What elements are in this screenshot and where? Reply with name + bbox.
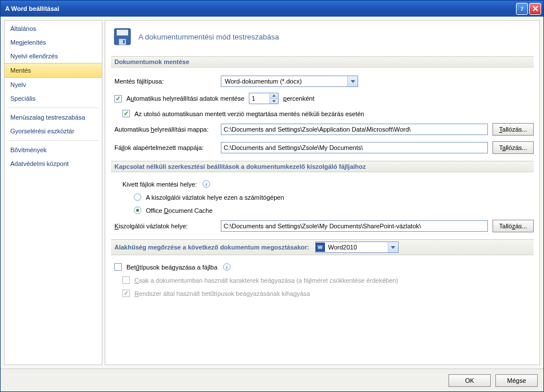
section-fidelity: Alakhűség megőrzése a következő dokument… xyxy=(111,239,534,255)
default-folder-label: Fájlok alapértelmezett mappája: xyxy=(114,144,216,151)
help-button[interactable]: ? xyxy=(516,3,528,15)
autosave-unit-label: percenként xyxy=(283,95,314,102)
info-icon[interactable]: i xyxy=(223,263,231,271)
embed-used-chars-label: Csak a dokumentumban használt karakterek… xyxy=(134,277,398,284)
browse-default-button[interactable]: Tallózás... xyxy=(493,141,534,154)
autosave-checkbox[interactable] xyxy=(114,95,122,102)
dialog-footer: OK Mégse xyxy=(1,369,543,391)
info-icon[interactable]: i xyxy=(202,180,210,188)
embed-fonts-label: Betűtípusok beágyazása a fájlba xyxy=(126,264,217,271)
sidebar-item-proofing[interactable]: Nyelvi ellenőrzés xyxy=(5,49,102,63)
svg-rect-2 xyxy=(119,39,126,45)
svg-rect-3 xyxy=(123,40,125,43)
fidelity-heading: Alakhűség megőrzése a következő dokument… xyxy=(114,244,309,251)
sidebar-item-addins[interactable]: Bővítmények xyxy=(5,143,102,157)
autorecover-folder-input[interactable]: C:\Documents and Settings\Zsole\Applicat… xyxy=(221,124,488,135)
category-sidebar: Általános Megjelenítés Nyelvi ellenőrzés… xyxy=(4,20,102,365)
browse-autorecover-button[interactable]: Tallózás... xyxy=(493,123,534,136)
spinner-up-icon[interactable] xyxy=(270,93,278,99)
fidelity-document-combo[interactable]: W Word2010 xyxy=(315,241,399,253)
default-folder-input[interactable]: C:\Documents and Settings\Zsole\My Docum… xyxy=(221,142,488,153)
sidebar-item-display[interactable]: Megjelenítés xyxy=(5,35,102,49)
svg-rect-1 xyxy=(117,30,128,35)
sidebar-item-general[interactable]: Általános xyxy=(5,22,102,35)
page-title: A dokumentummentési mód testreszabása xyxy=(138,33,279,41)
autorecover-folder-label: Automatikus helyreállítási mappa: xyxy=(114,126,216,133)
ok-button[interactable]: OK xyxy=(448,374,491,387)
sidebar-item-customize-ribbon[interactable]: Menüszalag testreszabása xyxy=(5,110,102,124)
browse-drafts-button[interactable]: Tallózás... xyxy=(493,220,534,232)
close-button[interactable] xyxy=(529,3,541,15)
word-doc-icon: W xyxy=(316,243,325,252)
titlebar: A Word beállításai ? xyxy=(1,1,543,17)
autosave-label: Automatikus helyreállítási adatok mentés… xyxy=(126,95,244,102)
server-drafts-label: Kiszolgálói vázlatok helye: xyxy=(114,223,216,229)
skip-system-fonts-checkbox xyxy=(122,290,130,297)
cancel-button[interactable]: Mégse xyxy=(495,374,538,387)
floppy-disk-icon xyxy=(113,27,132,46)
server-drafts-input[interactable]: C:\Documents and Settings\Zsole\My Docum… xyxy=(221,220,488,232)
sidebar-item-advanced[interactable]: Speciális xyxy=(5,92,102,105)
sidebar-item-save[interactable]: Mentés xyxy=(5,63,102,78)
fidelity-document-value: Word2010 xyxy=(325,244,388,251)
embed-fonts-checkbox[interactable] xyxy=(114,263,122,271)
autosave-interval-spinner[interactable]: 1 xyxy=(249,93,279,104)
close-icon xyxy=(533,6,538,11)
autosave-interval-value: 1 xyxy=(249,93,269,104)
keep-last-checkbox[interactable] xyxy=(122,110,130,117)
radio-office-cache[interactable] xyxy=(134,207,141,214)
radio-server-drafts[interactable] xyxy=(134,193,141,201)
sidebar-item-trust-center[interactable]: Adatvédelmi központ xyxy=(5,157,102,171)
skip-system-fonts-label: Rendszer által használt betűtípusok beág… xyxy=(134,290,310,297)
sidebar-item-language[interactable]: Nyelv xyxy=(5,78,102,92)
radio-office-cache-label: Office Document Cache xyxy=(146,207,213,214)
sidebar-item-quick-access[interactable]: Gyorselérési eszköztár xyxy=(5,124,102,138)
file-type-value: Word-dokumentum (*.docx) xyxy=(221,78,347,85)
file-type-combo[interactable]: Word-dokumentum (*.docx) xyxy=(221,76,358,87)
chevron-down-icon xyxy=(347,76,358,86)
checkout-location-label: Kivett fájlok mentési helye: xyxy=(122,181,197,188)
chevron-down-icon xyxy=(388,242,398,252)
file-type-label: Mentés fájltípusa: xyxy=(114,78,216,85)
radio-server-drafts-label: A kiszolgálói vázlatok helye ezen a szám… xyxy=(146,194,284,201)
main-panel: A dokumentummentési mód testreszabása Do… xyxy=(105,20,540,365)
section-save-documents: Dokumentumok mentése xyxy=(111,56,534,68)
options-dialog: A Word beállításai ? Általános Megjelení… xyxy=(0,0,544,392)
section-offline: Kapcsolat nélküli szerkesztési beállítás… xyxy=(111,161,534,172)
embed-used-chars-checkbox xyxy=(122,276,130,284)
keep-last-label: Az utolsó automatikusan mentett verzió m… xyxy=(134,110,364,117)
spinner-down-icon[interactable] xyxy=(270,99,278,104)
window-title: A Word beállításai xyxy=(5,5,516,12)
